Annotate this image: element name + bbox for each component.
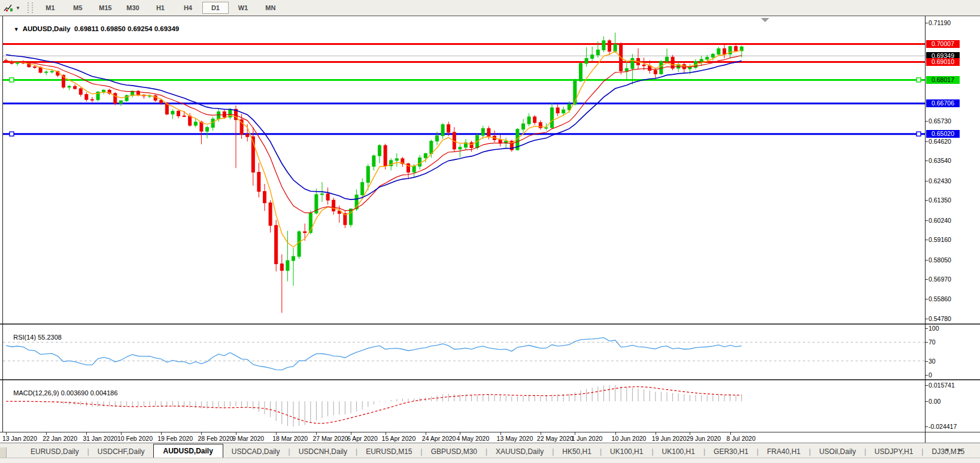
chart-tab-UK100-H1[interactable]: UK100,H1 xyxy=(602,446,651,458)
chart-tab-UK100-H1[interactable]: UK100,H1 xyxy=(654,446,703,458)
candle-body xyxy=(91,99,94,100)
macd-tick xyxy=(926,426,928,427)
line-anchor-marker[interactable] xyxy=(10,132,14,136)
line-anchor-marker[interactable] xyxy=(917,78,921,82)
candle-body xyxy=(286,261,289,271)
date-axis[interactable]: 13 Jan 202022 Jan 202031 Jan 202010 Feb … xyxy=(0,432,980,443)
chart-tab-EURUSD-Daily[interactable]: EURUSD,Daily xyxy=(22,446,87,458)
timeframe-button-D1[interactable]: D1 xyxy=(202,2,229,14)
candle-body xyxy=(45,72,48,72)
timeframe-button-M15[interactable]: M15 xyxy=(92,2,119,14)
price-label-box: 0.69010 xyxy=(926,58,960,66)
price-label-box: 0.68017 xyxy=(926,76,960,84)
rsi-chart[interactable] xyxy=(3,325,925,379)
macd-label: MACD(12,26,9) 0.003690 0.004186 xyxy=(6,382,118,404)
timeframe-button-W1[interactable]: W1 xyxy=(230,2,256,14)
price-tick-label: 0.58050 xyxy=(929,257,951,264)
timeframe-button-M1[interactable]: M1 xyxy=(37,2,63,14)
candle-body xyxy=(418,158,421,166)
candle-body xyxy=(263,192,266,203)
rsi-tick xyxy=(926,342,928,343)
symbol-dropdown-icon[interactable]: ▼ xyxy=(14,26,19,32)
macd-tick-label: -0.024417 xyxy=(929,423,957,430)
rsi-tick xyxy=(926,361,928,362)
candle-body xyxy=(585,58,588,63)
price-tick-label: 0.60240 xyxy=(929,217,951,224)
rsi-axis: 10070300 xyxy=(926,325,980,379)
date-label: 15 Apr 2020 xyxy=(382,435,416,442)
candle-body xyxy=(269,203,272,226)
price-label-box: 0.66706 xyxy=(926,99,960,107)
chart-tab-USDJPY-H1[interactable]: USDJPY,H1 xyxy=(866,446,921,458)
chart-tab-EURUSD-M15[interactable]: EURUSD,M15 xyxy=(357,446,420,458)
date-label: 22 May 2020 xyxy=(537,435,574,442)
right-shift-marker-icon[interactable] xyxy=(761,18,769,22)
candle-body xyxy=(160,100,163,103)
timeframe-button-H4[interactable]: H4 xyxy=(175,2,201,14)
timeframe-button-H1[interactable]: H1 xyxy=(147,2,174,14)
price-tick-label: 0.55860 xyxy=(929,296,951,302)
candle-body xyxy=(706,58,709,59)
symbol-name: AUDUSD,Daily xyxy=(23,25,71,32)
price-tick xyxy=(926,141,928,142)
main-chart-panel[interactable]: ▼AUDUSD,Daily 0.69811 0.69850 0.69254 0.… xyxy=(0,16,980,322)
price-tick xyxy=(926,181,928,181)
candle-body xyxy=(412,167,415,173)
chart-tab-bar: EURUSD,Daily|USDCHF,DailyAUDUSD,DailyUSD… xyxy=(0,443,980,458)
chart-tab-XAUUSD-Daily[interactable]: XAUUSD,Daily xyxy=(487,446,552,458)
chart-tab-GBPUSD-M30[interactable]: GBPUSD,M30 xyxy=(423,446,486,458)
chart-tab-USDCHF-Daily[interactable]: USDCHF,Daily xyxy=(89,446,153,458)
chart-tab-FRA40-H1[interactable]: FRA40,H1 xyxy=(758,446,809,458)
tab-scroll-left-icon: ◄ xyxy=(944,447,958,453)
chart-tab-GER30-H1[interactable]: GER30,H1 xyxy=(705,446,757,458)
candle-body xyxy=(447,125,450,132)
rsi-panel[interactable]: RSI(14) 55.2308 10070300 xyxy=(0,323,980,379)
chart-tab-USDCNH-Daily[interactable]: USDCNH,Daily xyxy=(290,446,356,458)
candle-body xyxy=(34,67,37,68)
candle-body xyxy=(430,141,433,154)
macd-chart[interactable] xyxy=(3,380,925,433)
timeframe-button-M30[interactable]: M30 xyxy=(120,2,146,14)
price-tick xyxy=(926,279,928,280)
timeframe-button-MN[interactable]: MN xyxy=(257,2,284,14)
candle-body xyxy=(700,59,703,62)
candle-body xyxy=(304,232,307,233)
candle-body xyxy=(183,116,186,117)
candle-body xyxy=(200,122,203,131)
price-axis[interactable]: 0.711900.657300.646200.635400.624300.613… xyxy=(926,16,980,322)
price-tick-label: 0.63540 xyxy=(929,158,951,164)
candle-body xyxy=(361,183,364,195)
line-chart-icon xyxy=(4,4,14,13)
chart-tab-AUDUSD-Daily[interactable]: AUDUSD,Daily xyxy=(153,444,223,458)
line-anchor-marker[interactable] xyxy=(10,78,14,82)
candle-body xyxy=(654,71,657,74)
candle-body xyxy=(459,147,462,149)
toolbar-grip[interactable] xyxy=(28,2,33,13)
tab-scroll-right-icon: ► xyxy=(958,447,972,453)
candle-body xyxy=(487,129,490,137)
chart-cursor-tool[interactable]: ▼ xyxy=(0,4,24,13)
candle-body xyxy=(366,167,369,183)
date-label: 22 Jan 2020 xyxy=(43,435,77,442)
macd-tick xyxy=(926,385,928,386)
tab-scroll-arrows[interactable]: ◄► xyxy=(944,447,972,453)
candle-body xyxy=(120,101,123,104)
chevron-down-icon[interactable]: ▼ xyxy=(16,5,20,11)
candle-body xyxy=(436,136,439,141)
macd-panel[interactable]: MACD(12,26,9) 0.003690 0.004186 0.015741… xyxy=(0,379,980,433)
price-label-box: 0.70007 xyxy=(926,40,960,48)
date-label: 10 Feb 2020 xyxy=(117,435,153,442)
candle-body xyxy=(16,62,19,63)
chart-tab-HK50-H1[interactable]: HK50,H1 xyxy=(554,446,600,458)
candle-body xyxy=(326,194,329,201)
timeframe-button-M5[interactable]: M5 xyxy=(65,2,91,14)
chart-tab-USOil-Daily[interactable]: USOil,Daily xyxy=(811,446,864,458)
chart-tab-USDCAD-Daily[interactable]: USDCAD,Daily xyxy=(223,446,289,458)
candle-body xyxy=(321,194,324,195)
candlestick-chart[interactable] xyxy=(3,16,925,322)
line-anchor-marker[interactable] xyxy=(917,132,921,136)
candle-body xyxy=(275,225,278,264)
candle-body xyxy=(556,108,559,113)
candle-body xyxy=(711,55,714,58)
date-label: 31 Jan 2020 xyxy=(83,435,117,442)
